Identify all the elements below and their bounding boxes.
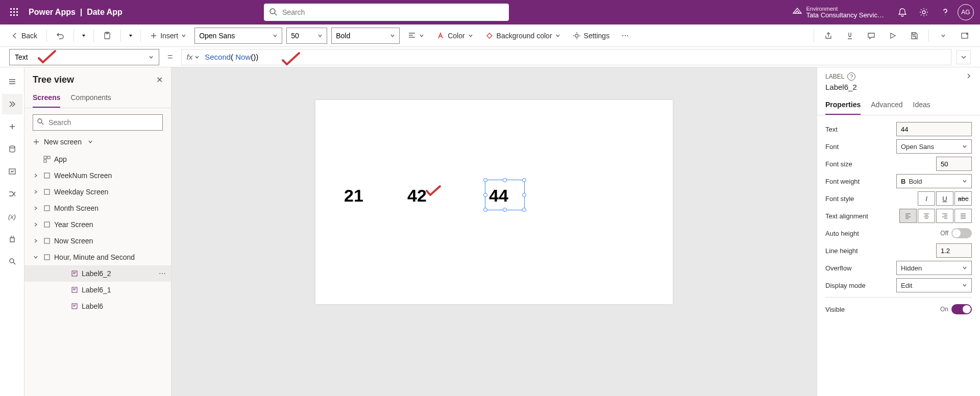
canvas-label-1[interactable]: 21 [344,186,363,206]
close-icon[interactable]: ✕ [156,75,163,85]
search-icon [269,8,277,18]
new-screen-button[interactable]: New screen [24,135,171,149]
environment-picker[interactable]: Environment Tata Consultancy Servic… [792,6,884,19]
prop-text-input[interactable] [896,122,972,136]
tree-screen-node[interactable]: WeekNum Screen [24,167,171,184]
publish-icon[interactable] [957,28,973,44]
resize-handle[interactable] [483,178,487,182]
strike-button[interactable]: abc [954,191,972,206]
more-button[interactable]: ⋯ [618,28,634,44]
rail-tools-icon[interactable] [2,229,22,249]
paste-dropdown[interactable] [126,33,135,38]
save-icon[interactable] [906,28,922,44]
canvas-label-2[interactable]: 42 [407,186,427,206]
resize-handle[interactable] [522,178,526,182]
waffle-icon[interactable] [6,4,22,20]
autoheight-toggle[interactable] [951,228,972,238]
more-icon[interactable]: ⋯ [159,269,167,278]
align-button[interactable] [404,28,428,44]
tree-label-node[interactable]: Label6_2⋯ [24,265,171,282]
tab-properties[interactable]: Properties [825,96,861,115]
screen-icon [43,253,51,261]
undo-button[interactable] [52,28,68,44]
rail-search-icon[interactable] [2,251,22,271]
prop-visible-label: Visible [825,306,940,313]
tab-ideas[interactable]: Ideas [913,96,930,115]
tree-search-input[interactable] [33,114,163,131]
font-dropdown[interactable]: Open Sans [194,28,282,44]
tree-app-node[interactable]: App [24,151,171,167]
tab-components[interactable]: Components [70,89,111,108]
selection-box[interactable] [485,180,525,210]
bgcolor-button[interactable]: Background color [481,28,565,44]
svg-line-10 [275,13,277,15]
rail-flow-icon[interactable] [2,184,22,204]
save-dropdown[interactable] [935,28,951,44]
visible-toggle[interactable] [951,304,972,314]
color-button[interactable]: Color [432,28,477,44]
rail-hamburger-icon[interactable] [2,71,22,92]
tree-label-node[interactable]: Label6 [24,298,171,314]
tree-screen-node[interactable]: Month Screen [24,200,171,216]
separator [93,30,94,42]
resize-handle[interactable] [503,178,507,182]
expand-icon[interactable] [966,73,972,81]
preview-icon[interactable] [885,28,901,44]
settings-button[interactable]: Settings [569,28,614,44]
settings-gear-icon[interactable] [915,3,933,21]
user-avatar[interactable]: AG [958,4,974,20]
tree-label-node[interactable]: Label6_1 [24,282,171,298]
checker-icon[interactable] [842,28,858,44]
back-button[interactable]: Back [7,28,41,44]
tab-advanced[interactable]: Advanced [871,96,902,115]
tree-screen-node[interactable]: Now Screen [24,233,171,249]
italic-button[interactable]: I [918,191,935,206]
rail-data-icon[interactable] [2,139,22,159]
prop-fontsize-input[interactable] [936,157,972,171]
property-selector[interactable]: Text [9,49,159,65]
prop-fontweight-select[interactable]: BBold [896,174,972,188]
prop-font-select[interactable]: Open Sans [896,139,972,154]
canvas-area[interactable]: 21 42 44 [172,67,817,396]
resize-handle[interactable] [483,193,487,197]
paste-button[interactable] [99,28,115,44]
help-icon[interactable] [936,3,954,21]
search-input[interactable] [264,4,509,21]
align-center-button[interactable] [918,209,935,223]
align-justify-button[interactable] [954,209,972,223]
align-right-button[interactable] [936,209,953,223]
undo-dropdown[interactable] [79,33,88,38]
insert-button[interactable]: Insert [146,28,190,44]
prop-overflow-select[interactable]: Hidden [896,261,972,275]
share-icon[interactable] [820,28,837,44]
font-weight-dropdown[interactable]: Bold [331,28,400,44]
prop-lineheight-label: Line height [825,247,936,255]
rail-variables-icon[interactable]: (x) [2,206,22,227]
canvas-screen[interactable]: 21 42 44 [315,100,673,304]
help-icon[interactable]: ? [847,72,855,81]
comments-icon[interactable] [863,28,879,44]
prop-lineheight-input[interactable] [936,243,972,258]
underline-button[interactable]: U [936,191,953,206]
resize-handle[interactable] [522,193,526,197]
rail-media-icon[interactable] [2,161,22,182]
screen-icon [43,220,51,229]
prop-display-select[interactable]: Edit [896,278,972,292]
font-size-dropdown[interactable]: 50 [286,28,327,44]
rail-insert-icon[interactable] [2,116,22,137]
resize-handle[interactable] [483,208,487,212]
notifications-icon[interactable] [893,3,912,21]
tree-screen-node[interactable]: Weekday Screen [24,184,171,200]
svg-rect-22 [44,160,46,162]
tab-screens[interactable]: Screens [33,89,60,108]
svg-point-9 [270,9,275,14]
rail-tree-icon[interactable] [2,94,22,114]
resize-handle[interactable] [522,208,526,212]
formula-input[interactable]: fx Second( Now()) [181,49,951,65]
tree-screen-node[interactable]: Year Screen [24,216,171,233]
svg-point-14 [575,34,578,37]
expand-formula-icon[interactable] [957,50,971,64]
resize-handle[interactable] [503,208,507,212]
tree-screen-node[interactable]: Hour, Minute and Second [24,249,171,265]
align-left-button[interactable] [899,209,917,223]
